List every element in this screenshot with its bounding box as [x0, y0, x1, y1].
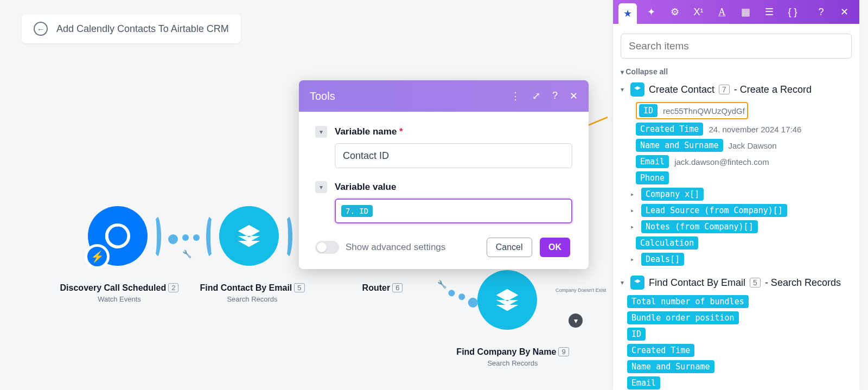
variable-name-label: Variable name *	[335, 126, 403, 137]
module-create-contact[interactable]: ▾ Create Contact 7 - Create a Record	[621, 82, 852, 97]
node-find-contact[interactable]	[219, 206, 279, 266]
tab-braces[interactable]: { }	[783, 2, 802, 22]
connector-paren	[280, 214, 292, 259]
item-id[interactable]: ID	[627, 328, 852, 341]
variable-name-input[interactable]	[335, 143, 572, 168]
connector-paren	[149, 214, 161, 259]
item-email[interactable]: Emailjack.dawson@fintech.com	[636, 155, 852, 168]
node-label-2: Find Contact By Email5 Search Records	[182, 283, 323, 303]
wrench-icon[interactable]: 🔧	[182, 250, 192, 258]
panel-close-icon[interactable]: ✕	[835, 2, 854, 22]
filter-label: Company Doesn't Exist	[556, 287, 606, 293]
advanced-toggle[interactable]	[315, 241, 339, 254]
chevron-down-icon[interactable]: ▾	[315, 126, 327, 138]
item-deals[interactable]: ▸Deals[]	[630, 253, 852, 266]
node-discovery-call[interactable]: ⚡	[88, 206, 148, 266]
back-button[interactable]: ←	[34, 22, 48, 36]
data-picker-panel: ★ ✦ ⚙ X¹ A ▦ ☰ { } ? ✕ Collapse all ▾ Cr…	[613, 0, 859, 390]
item-lead-source[interactable]: ▸Lead Source (from Company)[]	[630, 204, 852, 217]
item-name-surname[interactable]: Name and SurnameJack Dawson	[636, 139, 852, 152]
item-created-time[interactable]: Created Time	[627, 344, 852, 357]
scenario-title: Add Calendly Contacts To Airtable CRM	[56, 23, 229, 35]
chevron-down-icon[interactable]: ▾	[315, 181, 327, 193]
caret-icon[interactable]: ▾	[621, 279, 626, 286]
expand-icon[interactable]: ⤢	[532, 90, 540, 102]
item-phone[interactable]: Phone	[636, 171, 852, 184]
advanced-label: Show advanced settings	[346, 242, 445, 253]
node-label-4: Find Company By Name9 Search Records	[442, 347, 583, 367]
item-name-surname[interactable]: Name and Surname	[627, 360, 852, 373]
panel-help-icon[interactable]: ?	[812, 2, 830, 22]
item-notes[interactable]: ▸Notes (from Company)[]	[630, 220, 852, 233]
connector-dots	[168, 234, 200, 244]
airtable-icon	[630, 82, 644, 97]
airtable-icon	[630, 276, 644, 290]
tab-variable[interactable]: X¹	[689, 2, 707, 22]
item-bundle-order[interactable]: Bundle order position	[627, 311, 852, 324]
tab-gear-icon[interactable]: ⚙	[666, 2, 684, 22]
tab-star[interactable]: ★	[618, 3, 637, 24]
item-total-bundles[interactable]: Total number of bundles	[627, 295, 852, 308]
collapse-all[interactable]: Collapse all	[621, 67, 852, 76]
cancel-button[interactable]: Cancel	[487, 238, 532, 257]
wrench-icon[interactable]: 🔧	[437, 280, 446, 289]
item-calculation[interactable]: Calculation	[636, 236, 852, 250]
highlighted-item: ID rec55ThnQWUzQydGf	[636, 102, 748, 119]
node-label-1: Discovery Call Scheduled2 Watch Events	[49, 283, 190, 303]
filter-icon[interactable]: ▾	[569, 314, 583, 328]
tab-strip: ★ ✦ ⚙ X¹ A ▦ ☰ { } ? ✕	[613, 0, 859, 24]
search-input[interactable]	[621, 34, 852, 59]
connector-dots	[446, 289, 480, 309]
item-email[interactable]: Email	[627, 376, 852, 389]
node-find-company[interactable]	[477, 270, 537, 330]
more-icon[interactable]: ⋮	[510, 90, 520, 102]
caret-icon[interactable]: ▾	[621, 86, 626, 93]
node-label-router: Router6	[312, 283, 453, 293]
value-pill[interactable]: 7. ID	[341, 205, 373, 217]
ok-button[interactable]: OK	[540, 238, 570, 257]
breadcrumb: ← Add Calendly Contacts To Airtable CRM	[22, 14, 241, 43]
modal-title: Tools	[310, 90, 335, 103]
tab-sparkle[interactable]: ✦	[642, 2, 660, 22]
tab-list-icon[interactable]: ☰	[760, 2, 778, 22]
module-find-contact[interactable]: ▾ Find Contact By Email 5 - Search Recor…	[621, 276, 852, 290]
item-company[interactable]: ▸Company x[]	[630, 188, 852, 201]
item-id[interactable]: ID rec55ThnQWUzQydGf	[636, 102, 852, 119]
close-icon[interactable]: ✕	[570, 90, 578, 102]
item-created-time[interactable]: Created Time24. november 2024 17:46	[636, 123, 852, 136]
tab-text[interactable]: A	[713, 2, 731, 22]
variable-value-label: Variable value	[335, 182, 396, 193]
tab-calendar-icon[interactable]: ▦	[736, 2, 755, 22]
connector-paren	[206, 214, 218, 259]
tools-modal: Tools ⋮ ⤢ ? ✕ ▾ Variable name * ▾ Variab…	[299, 80, 589, 269]
modal-header: Tools ⋮ ⤢ ? ✕	[299, 80, 589, 112]
help-icon[interactable]: ?	[552, 90, 558, 102]
trigger-badge: ⚡	[85, 244, 110, 269]
variable-value-input[interactable]: 7. ID	[335, 199, 572, 223]
